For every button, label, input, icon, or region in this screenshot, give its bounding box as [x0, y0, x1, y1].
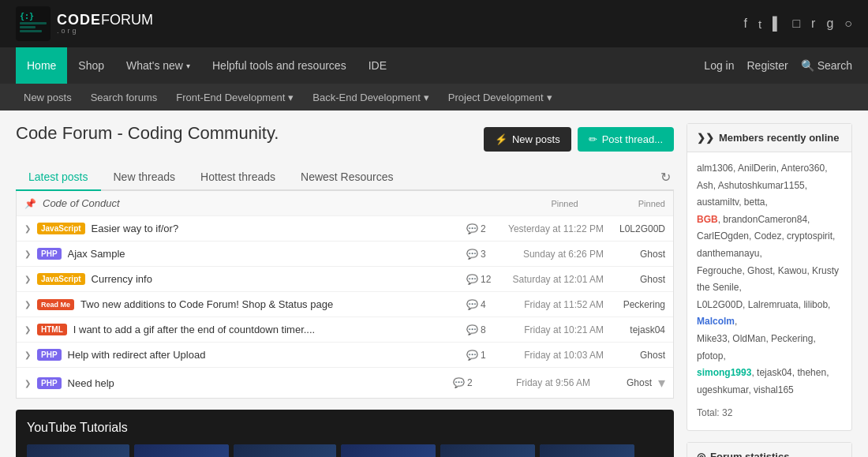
- forum-stats-card: ◎ Forum statistics Threads: 1,725 Messag…: [687, 442, 852, 457]
- main-nav: Home Shop What's new ▾ Helpful tools and…: [0, 47, 868, 84]
- member-peckering[interactable]: Peckering: [771, 333, 813, 344]
- member-ashutosh[interactable]: Ashutoshkumar1155: [718, 180, 805, 191]
- posts-table: 📌 Code of Conduct Pinned Pinned ❯ JavaSc…: [16, 191, 674, 399]
- member-betta[interactable]: betta: [744, 197, 765, 208]
- whats-new-arrow: ▾: [186, 62, 190, 70]
- youtube-thumb-5[interactable]: 🐍 HON TUTORERROR HANDLING: [440, 444, 535, 457]
- member-ghost[interactable]: Ghost: [747, 265, 773, 276]
- youtube-thumb-1[interactable]: 🐍 HON TUTORHE RETURN STATEMENT: [27, 444, 129, 457]
- member-cryptospirit[interactable]: cryptospirit: [787, 230, 832, 242]
- member-anilderin[interactable]: AnilDerin: [738, 163, 776, 174]
- tab-newest-resources[interactable]: Newest Resources: [288, 164, 406, 191]
- post-replies: 💬 8: [466, 324, 495, 335]
- sub-nav-project[interactable]: Project Development ▾: [440, 84, 560, 111]
- logo-text: CODE FORUM .org: [57, 13, 153, 35]
- sub-nav-new-posts[interactable]: New posts: [16, 84, 80, 111]
- reply-icon: 💬: [466, 223, 478, 234]
- register-link[interactable]: Register: [747, 59, 788, 72]
- main-nav-links: Home Shop What's new ▾ Helpful tools and…: [16, 47, 398, 84]
- expand-icon: ❯: [24, 275, 31, 283]
- reddit-icon[interactable]: r: [811, 17, 815, 31]
- member-alm1306[interactable]: alm1306: [697, 163, 733, 174]
- member-thehen[interactable]: thehen: [797, 367, 826, 378]
- post-title[interactable]: Currency info: [92, 273, 460, 285]
- member-carl[interactable]: CarlEOgden: [697, 230, 749, 242]
- post-author[interactable]: tejask04: [610, 324, 665, 335]
- post-title[interactable]: Help with redirect after Upload: [68, 349, 460, 361]
- member-l0l2g00d[interactable]: L0L2G00D: [697, 299, 743, 310]
- post-author[interactable]: Ghost: [597, 377, 652, 388]
- login-link[interactable]: Log in: [704, 59, 734, 72]
- member-fegrouche[interactable]: Fegrouche: [697, 265, 742, 276]
- nav-whats-new[interactable]: What's new ▾: [115, 47, 201, 84]
- search-link[interactable]: 🔍 Search: [801, 59, 852, 72]
- reply-icon: 💬: [453, 377, 465, 388]
- member-bgb[interactable]: BGB: [697, 214, 718, 225]
- rss-icon[interactable]: ○: [844, 17, 852, 31]
- post-title[interactable]: Easier way to if/or?: [92, 223, 460, 234]
- youtube-thumb-4[interactable]: 🐍 MING LANGUAGE2d arrays &nested loop: [341, 444, 436, 457]
- post-author[interactable]: Ghost: [610, 249, 665, 260]
- youtube-thumb-2[interactable]: 🐍 MING LANGUAGEgetters &setters: [134, 444, 229, 457]
- scroll-down-indicator[interactable]: ▾: [658, 374, 665, 391]
- post-time: Saturday at 12:01 AM: [501, 274, 604, 285]
- post-title[interactable]: Ajax Sample: [68, 248, 460, 260]
- nav-ide[interactable]: IDE: [357, 47, 398, 84]
- youtube-thumb-3[interactable]: 🐍 HON TUTOROBJECT ORIENTEDS & INSTANCE A…: [234, 444, 336, 457]
- member-kawou[interactable]: Kawou: [778, 265, 807, 276]
- post-author[interactable]: Ghost: [610, 274, 665, 285]
- post-replies: 💬 1: [466, 350, 495, 361]
- sub-nav-search-forums[interactable]: Search forums: [83, 84, 166, 111]
- tab-new-threads[interactable]: New threads: [101, 164, 189, 191]
- member-lalrem[interactable]: Lalremruata: [748, 299, 799, 310]
- youtube-section: YouTube Tutorials 🐍 HON TUTORHE RETURN S…: [16, 410, 674, 457]
- nav-shop[interactable]: Shop: [67, 47, 115, 84]
- refresh-button[interactable]: ↻: [657, 167, 674, 188]
- tag-php: PHP: [37, 248, 62, 260]
- logo[interactable]: {:} CODE FORUM .org: [16, 6, 153, 41]
- post-thread-button[interactable]: ✏ Post thread...: [578, 127, 674, 152]
- post-time: Yesterday at 11:22 PM: [501, 223, 604, 234]
- post-time: Friday at 11:52 AM: [501, 299, 604, 310]
- member-mike33[interactable]: Mike33: [697, 333, 728, 344]
- pinned-title[interactable]: Code of Conduct: [43, 197, 544, 209]
- member-vishal165[interactable]: vishal165: [754, 384, 794, 395]
- table-row: ❯ JavaScript Currency info 💬 12 Saturday…: [17, 267, 673, 292]
- tab-hottest-threads[interactable]: Hottest threads: [188, 164, 288, 191]
- tag-php: PHP: [37, 377, 62, 389]
- nav-helpful-tools[interactable]: Helpful tools and resources: [201, 47, 357, 84]
- post-title[interactable]: I want to add a gif after the end of cou…: [73, 324, 460, 335]
- member-ugeshkumar[interactable]: ugeshkumar: [697, 384, 748, 395]
- member-malcolm[interactable]: Malcolm: [697, 316, 735, 327]
- member-brandon[interactable]: brandonCameron84: [723, 214, 807, 225]
- nav-home[interactable]: Home: [16, 47, 67, 84]
- table-row: 📌 Code of Conduct Pinned Pinned: [17, 191, 673, 216]
- member-austamiltv[interactable]: austamiltv: [697, 197, 739, 208]
- sub-nav-front-end[interactable]: Front-End Development ▾: [168, 84, 301, 111]
- member-simong1993[interactable]: simong1993: [697, 367, 751, 378]
- member-antero360[interactable]: Antero360: [781, 163, 825, 174]
- post-title[interactable]: Two new additions to Code Forum! Shop & …: [80, 298, 460, 310]
- post-title[interactable]: Need help: [68, 377, 447, 389]
- discord-icon[interactable]: ▌: [773, 17, 781, 31]
- twitter-icon[interactable]: t: [758, 17, 761, 31]
- member-ash[interactable]: Ash: [697, 180, 713, 191]
- member-oldman[interactable]: OldMan: [732, 333, 765, 344]
- youtube-thumb-6[interactable]: 🐍 HON TUTORIF STATEMENTS: [540, 444, 634, 457]
- member-pfotop[interactable]: pfotop: [697, 350, 723, 361]
- member-lilibob[interactable]: lilibob: [803, 299, 828, 310]
- instagram-icon[interactable]: □: [792, 17, 800, 31]
- github-icon[interactable]: g: [826, 17, 833, 31]
- post-author[interactable]: Ghost: [610, 350, 665, 361]
- member-codez[interactable]: Codez: [754, 230, 782, 242]
- new-posts-button[interactable]: ⚡ New posts: [484, 127, 571, 152]
- post-time: Friday at 10:03 AM: [501, 350, 604, 361]
- users-icon: ❯❯: [697, 132, 714, 144]
- sub-nav-back-end[interactable]: Back-End Development ▾: [305, 84, 437, 111]
- facebook-icon[interactable]: f: [743, 17, 746, 31]
- member-tejask04[interactable]: tejask04: [757, 367, 792, 378]
- post-author[interactable]: Peckering: [610, 299, 665, 310]
- post-author[interactable]: L0L2G00D: [610, 223, 665, 234]
- member-danthe[interactable]: danthemanayu: [697, 248, 759, 259]
- tab-latest-posts[interactable]: Latest posts: [16, 164, 101, 191]
